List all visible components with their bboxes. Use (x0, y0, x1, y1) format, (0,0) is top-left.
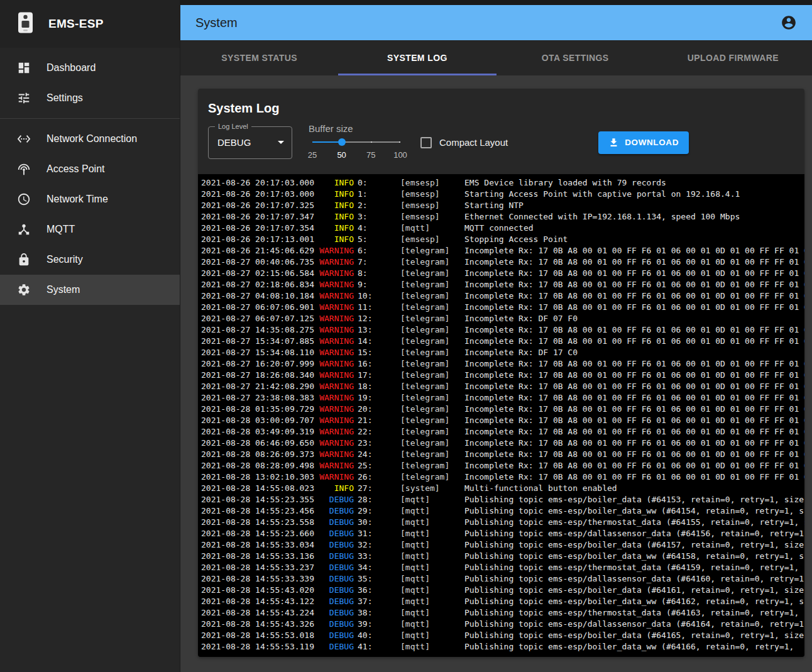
log-time: 2021-08-27 02:15:06.584 (201, 268, 315, 279)
log-time: 2021-08-27 15:34:08.110 (201, 347, 315, 358)
slider-mark-label: 75 (366, 150, 375, 160)
log-message: Incomplete Rx: 17 0B A8 00 01 00 FF F6 0… (464, 415, 804, 426)
window-top-strip (180, 0, 812, 5)
log-level: DEBUG (319, 562, 354, 573)
log-row: 2021-08-28 14:55:23.558DEBUG30:[mqtt]Pub… (198, 517, 804, 528)
tab-ota-settings[interactable]: OTA SETTINGS (497, 40, 654, 75)
log-time: 2021-08-27 06:07:06.901 (201, 302, 315, 313)
log-message: Publishing topic ems-esp/boiler_data_ww … (464, 551, 804, 562)
sidebar-item-access-point[interactable]: Access Point (0, 154, 180, 184)
log-index: 0: (358, 177, 397, 189)
sidebar-item-system[interactable]: System (0, 275, 180, 305)
log-time: 2021-08-28 14:55:43.020 (201, 585, 315, 596)
log-level: DEBUG (319, 494, 354, 505)
log-time: 2021-08-28 08:26:09.373 (201, 449, 315, 460)
log-level: WARNING (319, 336, 354, 347)
download-button-label: DOWNLOAD (625, 138, 679, 147)
log-message: Incomplete Rx: 17 0B A8 00 01 00 FF F6 0… (464, 460, 804, 471)
log-source: [mqtt] (400, 223, 461, 234)
log-index: 34: (358, 562, 397, 573)
log-row: 2021-08-27 14:35:08.275WARNING13:[telegr… (198, 324, 804, 336)
log-level: WARNING (319, 245, 354, 256)
log-source: [mqtt] (400, 539, 461, 551)
compact-layout-checkbox[interactable] (420, 137, 432, 148)
log-row: 2021-08-28 14:55:43.224DEBUG38:[mqtt]Pub… (198, 607, 804, 619)
log-time: 2021-08-28 14:55:23.456 (201, 505, 315, 517)
buffer-size-slider[interactable] (312, 138, 400, 146)
sidebar-item-label: Network Time (47, 194, 108, 205)
sidebar-item-network-connection[interactable]: Network Connection (0, 124, 180, 154)
log-source: [telegram] (400, 313, 461, 324)
log-message: Incomplete Rx: 17 0B A8 00 01 00 FF F6 0… (464, 471, 804, 483)
log-source: [mqtt] (400, 551, 461, 562)
tab-upload-firmware[interactable]: UPLOAD FIRMWARE (654, 40, 812, 75)
log-level: WARNING (319, 324, 354, 336)
log-source: [mqtt] (400, 573, 461, 585)
log-index: 38: (358, 607, 397, 619)
log-source: [telegram] (400, 392, 461, 404)
log-level-label: Log Level (215, 123, 251, 130)
tab-system-log[interactable]: SYSTEM LOG (338, 40, 496, 75)
log-time: 2021-08-27 02:18:06.834 (201, 279, 315, 290)
log-row: 2021-08-28 14:55:53.119DEBUG41:[mqtt]Pub… (198, 641, 804, 653)
ems-esp-logo-icon (18, 12, 33, 36)
log-index: 17: (358, 370, 397, 381)
log-index: 22: (358, 426, 397, 438)
log-message: Incomplete Rx: DF 17 C0 (464, 347, 804, 358)
log-message: Publishing topic ems-esp/dallassensor_da… (464, 619, 804, 630)
tab-system-status[interactable]: SYSTEM STATUS (180, 40, 338, 75)
log-time: 2021-08-27 00:40:06.735 (201, 256, 315, 268)
log-index: 36: (358, 585, 397, 596)
page-title: System (195, 16, 781, 30)
log-row: 2021-08-28 03:49:09.319WARNING22:[telegr… (198, 426, 804, 438)
log-index: 15: (358, 347, 397, 358)
log-index: 30: (358, 517, 397, 528)
log-level: WARNING (319, 460, 354, 471)
log-row: 2021-08-26 20:17:03.000INFO0:[emsesp]EMS… (198, 177, 804, 189)
sidebar-item-security[interactable]: Security (0, 245, 180, 275)
log-row: 2021-08-27 02:15:06.584WARNING8:[telegra… (198, 268, 804, 279)
sidebar-item-dashboard[interactable]: Dashboard (0, 53, 180, 83)
log-index: 13: (358, 324, 397, 336)
log-source: [mqtt] (400, 585, 461, 596)
log-message: Incomplete Rx: 17 0B A8 00 01 00 FF F6 0… (464, 426, 804, 438)
compact-layout-label: Compact Layout (439, 137, 508, 148)
log-message: Incomplete Rx: 17 0B A8 00 01 00 FF F6 0… (464, 245, 804, 256)
buffer-size-label: Buffer size (309, 123, 404, 134)
log-index: 10: (358, 290, 397, 302)
log-message: Publishing topic ems-esp/boiler_data_ww … (464, 641, 804, 653)
log-index: 6: (358, 245, 397, 256)
log-row: 2021-08-27 15:34:07.885WARNING14:[telegr… (198, 336, 804, 347)
sidebar-item-network-time[interactable]: Network Time (0, 184, 180, 214)
log-level: DEBUG (319, 596, 354, 607)
log-row: 2021-08-26 20:17:07.347INFO3:[emsesp]Eth… (198, 211, 804, 223)
app-window: EMS-ESP Dashboard Settings Network (0, 0, 812, 672)
log-message: Incomplete Rx: 17 0B A8 00 01 00 FF F6 0… (464, 268, 804, 279)
log-index: 37: (358, 596, 397, 607)
log-source: [mqtt] (400, 505, 461, 517)
compact-layout-checkbox-group[interactable]: Compact Layout (420, 137, 508, 148)
log-level: WARNING (319, 438, 354, 449)
log-message: Publishing topic ems-esp/thermostat_data… (464, 607, 804, 619)
log-source: [telegram] (400, 336, 461, 347)
log-level-select[interactable]: Log Level DEBUG (208, 126, 292, 159)
download-button[interactable]: DOWNLOAD (598, 131, 689, 154)
log-time: 2021-08-28 14:55:23.558 (201, 517, 315, 528)
log-source: [telegram] (400, 426, 461, 438)
sidebar-item-settings[interactable]: Settings (0, 83, 180, 113)
slider-thumb[interactable] (338, 138, 346, 146)
sidebar-item-label: System (47, 284, 80, 295)
account-icon[interactable] (781, 14, 797, 31)
slider-mark-label: 100 (393, 150, 407, 160)
log-source: [telegram] (400, 302, 461, 313)
log-console[interactable]: 2021-08-26 20:17:03.000INFO0:[emsesp]EMS… (198, 174, 804, 657)
log-level: WARNING (319, 256, 354, 268)
log-level: WARNING (319, 415, 354, 426)
log-source: [mqtt] (400, 494, 461, 505)
sidebar-item-mqtt[interactable]: MQTT (0, 214, 180, 245)
log-message: Starting Access Point with captive porta… (464, 189, 804, 200)
log-level: WARNING (319, 302, 354, 313)
device-hub-icon (16, 222, 31, 237)
log-row: 2021-08-28 14:55:53.018DEBUG40:[mqtt]Pub… (198, 630, 804, 641)
log-time: 2021-08-28 06:46:09.650 (201, 438, 315, 449)
